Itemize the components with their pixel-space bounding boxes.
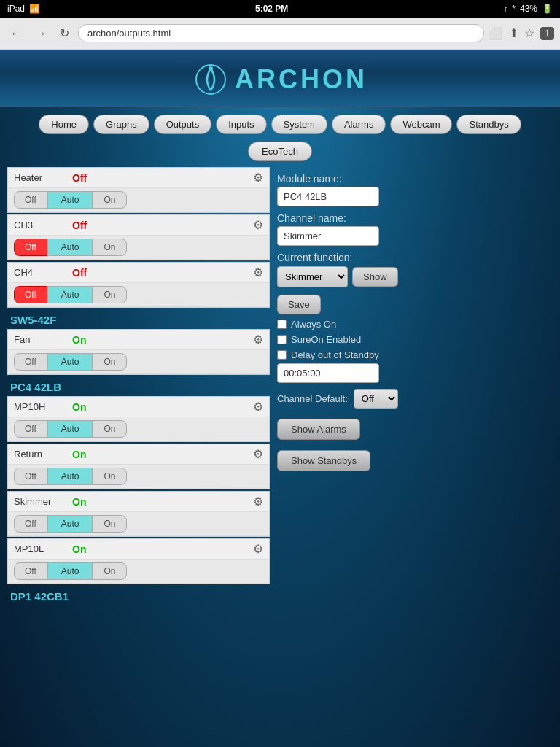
nav-alarms[interactable]: Alarms (332, 115, 386, 134)
heater-gear-icon[interactable]: ⚙ (253, 171, 263, 185)
nav-standbys[interactable]: Standbys (456, 115, 521, 134)
skimmer-status: On (72, 496, 86, 508)
fan-auto-btn[interactable]: Auto (47, 353, 93, 371)
upload-icon[interactable]: ⬆ (509, 26, 518, 40)
logo-area: ARCHON (0, 61, 560, 98)
mp10h-status-row: MP10H On ⚙ (8, 397, 269, 417)
ch4-gear-icon[interactable]: ⚙ (253, 266, 263, 279)
fan-gear-icon[interactable]: ⚙ (253, 333, 263, 347)
skimmer-on-btn[interactable]: On (93, 515, 126, 533)
mp10h-label: MP10H (14, 401, 72, 412)
delay-row: Delay out of Standby (277, 349, 545, 360)
ch4-on-btn[interactable]: On (93, 286, 126, 303)
sure-on-label: SureOn Enabled (291, 334, 361, 345)
skimmer-auto-btn[interactable]: Auto (47, 515, 93, 533)
heater-toggle-group: Off Auto On (14, 191, 263, 209)
delay-time-input[interactable] (277, 363, 379, 383)
share-icon[interactable]: ⬜ (489, 26, 503, 40)
skimmer-label: Skimmer (14, 496, 72, 507)
ch4-off-btn[interactable]: Off (14, 286, 47, 303)
mp10l-gear-icon[interactable]: ⚙ (253, 542, 263, 556)
heater-off-btn[interactable]: Off (14, 191, 47, 209)
mp10h-status: On (72, 401, 86, 413)
address-bar[interactable] (78, 24, 484, 42)
nav-ecotech[interactable]: EcoTech (248, 142, 312, 161)
ch3-label: CH3 (14, 220, 72, 231)
ch3-on-btn[interactable]: On (93, 239, 126, 256)
delay-checkbox[interactable] (277, 350, 287, 360)
wifi-icon: 📶 (29, 4, 40, 14)
nav-inputs[interactable]: Inputs (216, 115, 266, 134)
skimmer-gear-icon[interactable]: ⚙ (253, 495, 263, 508)
status-time: 5:02 PM (255, 4, 288, 14)
group-header-dp1: DP1 42CB1 (7, 586, 270, 605)
mp10h-auto-btn[interactable]: Auto (47, 420, 93, 438)
nav-webcam[interactable]: Webcam (390, 115, 452, 134)
location-icon: ↑ (503, 4, 508, 14)
back-button[interactable]: ← (6, 26, 26, 42)
mp10l-off-btn[interactable]: Off (14, 562, 47, 580)
show-alarms-button[interactable]: Show Alarms (277, 419, 360, 440)
mp10l-on-btn[interactable]: On (93, 562, 126, 580)
always-on-row: Always On (277, 319, 545, 330)
ch4-status-row: CH4 Off ⚙ (8, 263, 269, 283)
device-card-return: Return On ⚙ Off Auto On (7, 444, 270, 489)
bookmark-icon[interactable]: ☆ (524, 26, 534, 40)
channel-default-row: Channel Default: Off On Auto (277, 389, 545, 409)
ch3-auto-btn[interactable]: Auto (47, 239, 93, 256)
always-on-label: Always On (291, 319, 336, 330)
archon-logo-text: ARCHON (235, 64, 368, 95)
return-toggle-row: Off Auto On (8, 465, 269, 489)
fan-off-btn[interactable]: Off (14, 353, 47, 371)
show-standbys-button[interactable]: Show Standbys (277, 450, 370, 471)
mp10h-on-btn[interactable]: On (93, 420, 126, 438)
browser-icons: ⬜ ⬆ ☆ 1 (489, 26, 554, 40)
nav-home[interactable]: Home (39, 115, 89, 134)
nav-system[interactable]: System (271, 115, 327, 134)
mp10l-label: MP10L (14, 543, 72, 554)
mp10l-status-row: MP10L On ⚙ (8, 539, 269, 560)
reload-button[interactable]: ↻ (55, 25, 74, 42)
group-header-pc4: PC4 42LB (7, 376, 270, 396)
module-name-input[interactable] (277, 187, 379, 206)
function-select[interactable]: Skimmer Return Fan Always On (277, 266, 348, 287)
device-card-mp10h: MP10H On ⚙ Off Auto On (7, 396, 270, 442)
return-label: Return (14, 449, 72, 460)
device-panel: Heater Off ⚙ Off Auto On CH3 Off ⚙ (7, 167, 270, 605)
heater-auto-btn[interactable]: Auto (47, 191, 93, 209)
ch4-auto-btn[interactable]: Auto (47, 286, 93, 303)
ecotech-container: EcoTech (0, 142, 560, 161)
ch4-toggle-group: Off Auto On (14, 286, 263, 303)
mp10h-off-btn[interactable]: Off (14, 420, 47, 438)
ch3-off-btn[interactable]: Off (14, 239, 47, 256)
return-auto-btn[interactable]: Auto (47, 468, 93, 485)
save-button[interactable]: Save (277, 295, 321, 314)
mp10l-auto-btn[interactable]: Auto (47, 562, 93, 580)
device-card-ch4: CH4 Off ⚙ Off Auto On (7, 262, 270, 308)
ch3-toggle-row: Off Auto On (8, 236, 269, 260)
show-button[interactable]: Show (352, 267, 398, 287)
fan-toggle-group: Off Auto On (14, 353, 263, 371)
sure-on-checkbox[interactable] (277, 335, 287, 344)
nav-graphs[interactable]: Graphs (93, 115, 149, 134)
return-on-btn[interactable]: On (93, 468, 126, 485)
skimmer-status-row: Skimmer On ⚙ (8, 492, 269, 512)
return-gear-icon[interactable]: ⚙ (253, 447, 263, 461)
channel-default-select[interactable]: Off On Auto (354, 389, 398, 409)
mp10h-toggle-group: Off Auto On (14, 420, 263, 438)
forward-button[interactable]: → (31, 26, 51, 42)
heater-on-btn[interactable]: On (93, 191, 126, 209)
ch3-gear-icon[interactable]: ⚙ (253, 218, 263, 232)
fan-on-btn[interactable]: On (93, 353, 126, 371)
group-header-sw5: SW5-42F (7, 309, 270, 329)
tab-count[interactable]: 1 (540, 27, 554, 40)
always-on-checkbox[interactable] (277, 320, 287, 329)
skimmer-off-btn[interactable]: Off (14, 515, 47, 533)
mp10l-status: On (72, 543, 86, 555)
mp10h-gear-icon[interactable]: ⚙ (253, 400, 263, 414)
battery-icon: 🔋 (542, 4, 553, 14)
return-off-btn[interactable]: Off (14, 468, 47, 485)
channel-name-input[interactable] (277, 226, 379, 246)
bluetooth-icon: * (512, 4, 516, 14)
nav-outputs[interactable]: Outputs (154, 115, 212, 134)
